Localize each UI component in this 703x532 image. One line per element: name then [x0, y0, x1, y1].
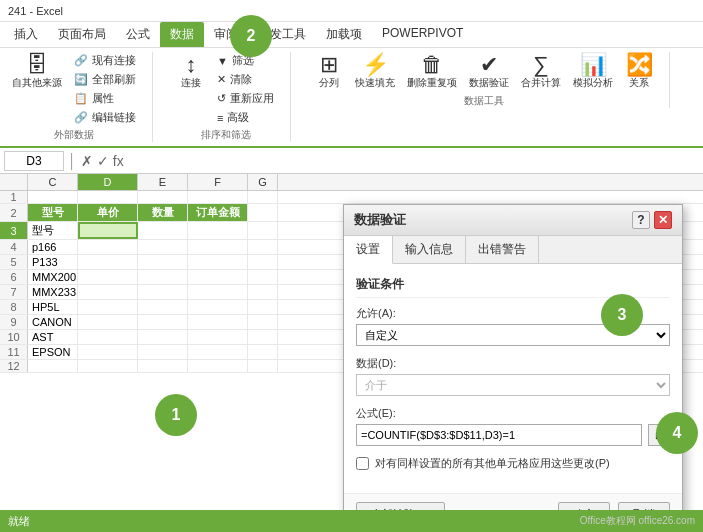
dialog-section-label: 验证条件	[356, 276, 670, 298]
formula-range-button[interactable]: ⊞	[648, 424, 670, 446]
data-field-group: 数据(D): 介于	[356, 356, 670, 396]
btn-split[interactable]: ⊞ 分列	[311, 52, 347, 92]
checkbox-row: 对有同样设置的所有其他单元格应用这些更改(P)	[356, 456, 670, 471]
ribbon-small-group-conn: 🔗 现有连接 🔄 全部刷新 📋 属性 🔗 编辑链接	[70, 52, 140, 126]
confirm-formula-icon[interactable]: ✓	[97, 153, 109, 169]
dialog-tab-error[interactable]: 出错警告	[466, 236, 539, 263]
reapply-icon: ↺	[217, 92, 226, 105]
cancel-formula-icon[interactable]: ✗	[81, 153, 93, 169]
tab-insert[interactable]: 插入	[4, 22, 48, 47]
status-text: 就绪	[8, 514, 30, 529]
formula-input[interactable]	[128, 154, 699, 168]
sheet-area: C D E F G 1 2 型号 单价 数量 订单金额 3 型号	[0, 174, 703, 532]
dialog-body: 验证条件 允许(A): 自定义 数据(D): 介于	[344, 264, 682, 493]
formula-input-field[interactable]	[356, 424, 642, 446]
edit-links-icon: 🔗	[74, 111, 88, 124]
btn-sort[interactable]: ↕️ 连接	[173, 52, 209, 126]
sort-filter-label: 排序和筛选	[201, 128, 251, 142]
ribbon-group-data-tools: ⊞ 分列 ⚡ 快速填充 🗑 删除重复项 ✔ 数据验证 ∑ 合并计算	[311, 52, 670, 108]
advanced-icon: ≡	[217, 112, 223, 124]
what-if-icon: 📊	[580, 54, 607, 76]
btn-refresh-all[interactable]: 🔄 全部刷新	[70, 71, 140, 88]
data-field-row: 介于	[356, 374, 670, 396]
btn-remove-dupes[interactable]: 🗑 删除重复项	[403, 52, 461, 92]
dialog-title-text: 数据验证	[354, 211, 406, 229]
dialog-close-button[interactable]: ✕	[654, 211, 672, 229]
allow-label: 允许(A):	[356, 306, 670, 321]
cell-reference[interactable]	[4, 151, 64, 171]
external-data-label: 外部数据	[54, 128, 94, 142]
tab-powerpivot[interactable]: POWERPIVOT	[372, 22, 473, 47]
data-tools-label: 数据工具	[464, 94, 504, 108]
btn-properties[interactable]: 📋 属性	[70, 90, 140, 107]
flash-fill-icon: ⚡	[362, 54, 389, 76]
tab-addins[interactable]: 加载项	[316, 22, 372, 47]
title-bar: 241 - Excel	[0, 0, 703, 22]
relationships-icon: 🔀	[626, 54, 653, 76]
btn-reapply[interactable]: ↺ 重新应用	[213, 90, 278, 107]
allow-select[interactable]: 自定义	[356, 324, 670, 346]
tab-data[interactable]: 数据	[160, 22, 204, 47]
formula-bar: │ ✗ ✓ fx	[0, 148, 703, 174]
btn-what-if[interactable]: 📊 模拟分析	[569, 52, 617, 92]
btn-clear[interactable]: ✕ 清除	[213, 71, 278, 88]
btn-flash-fill[interactable]: ⚡ 快速填充	[351, 52, 399, 92]
dialog-tabs: 设置 输入信息 出错警告	[344, 236, 682, 264]
allow-field-group: 允许(A): 自定义	[356, 306, 670, 346]
ribbon-tab-bar: 插入 页面布局 公式 数据 审阅 开发工具 加载项 POWERPIVOT	[0, 22, 703, 48]
tab-page-layout[interactable]: 页面布局	[48, 22, 116, 47]
formula-field-row: ⊞	[356, 424, 670, 446]
title-text: 241 - Excel	[8, 5, 63, 17]
range-select-icon: ⊞	[655, 430, 663, 441]
formula-icons: ✗ ✓ fx	[81, 153, 124, 169]
btn-edit-links[interactable]: 🔗 编辑链接	[70, 109, 140, 126]
dialog-tab-settings[interactable]: 设置	[344, 236, 393, 264]
formula-divider: │	[68, 153, 77, 169]
formula-label: 公式(E):	[356, 406, 670, 421]
properties-icon: 📋	[74, 92, 88, 105]
formula-field-group: 公式(E): ⊞	[356, 406, 670, 446]
checkbox-label: 对有同样设置的所有其他单元格应用这些更改(P)	[375, 456, 610, 471]
ribbon-content: 🗄 自其他来源 🔗 现有连接 🔄 全部刷新 📋 属性	[0, 48, 703, 146]
ribbon-group-external: 🗄 自其他来源 🔗 现有连接 🔄 全部刷新 📋 属性	[8, 52, 153, 142]
dialog-title-bar: 数据验证 ? ✕	[344, 205, 682, 236]
btn-existing-conn[interactable]: 🔗 现有连接	[70, 52, 140, 69]
clear-icon: ✕	[217, 73, 226, 86]
btn-advanced[interactable]: ≡ 高级	[213, 109, 278, 126]
data-select[interactable]: 介于	[356, 374, 670, 396]
dialog-overlay: 数据验证 ? ✕ 设置 输入信息 出错警告 验证条件 允许(A): 自定义	[0, 174, 703, 532]
btn-consolidate[interactable]: ∑ 合并计算	[517, 52, 565, 92]
refresh-all-icon: 🔄	[74, 73, 88, 86]
ribbon-sort-btns: ↕️ 连接 ▼ 筛选 ✕ 清除 ↺ 重新应用	[173, 52, 278, 126]
dialog-tab-input[interactable]: 输入信息	[393, 236, 466, 263]
btn-relationships[interactable]: 🔀 关系	[621, 52, 657, 92]
allow-field-row: 自定义	[356, 324, 670, 346]
ribbon: 插入 页面布局 公式 数据 审阅 开发工具 加载项 POWERPIVOT 🗄 自…	[0, 22, 703, 148]
insert-function-icon[interactable]: fx	[113, 153, 124, 169]
filter-icon: ▼	[217, 55, 228, 67]
ribbon-data-tool-btns: ⊞ 分列 ⚡ 快速填充 🗑 删除重复项 ✔ 数据验证 ∑ 合并计算	[311, 52, 657, 92]
dialog-help-button[interactable]: ?	[632, 211, 650, 229]
data-label: 数据(D):	[356, 356, 670, 371]
annotation-2: 2	[230, 15, 272, 57]
tab-formula[interactable]: 公式	[116, 22, 160, 47]
office-watermark: Office教程网 office26.com	[580, 514, 695, 528]
other-sources-icon: 🗄	[26, 54, 48, 76]
split-icon: ⊞	[320, 54, 338, 76]
btn-other-sources[interactable]: 🗄 自其他来源	[8, 52, 66, 126]
ribbon-group-external-btns: 🗄 自其他来源 🔗 现有连接 🔄 全部刷新 📋 属性	[8, 52, 140, 126]
btn-data-validation[interactable]: ✔ 数据验证	[465, 52, 513, 92]
apply-all-checkbox[interactable]	[356, 457, 369, 470]
sort-icon: ↕️	[186, 54, 197, 76]
dialog-title-buttons: ? ✕	[632, 211, 672, 229]
ribbon-group-sort: ↕️ 连接 ▼ 筛选 ✕ 清除 ↺ 重新应用	[173, 52, 291, 142]
data-validation-icon: ✔	[480, 54, 498, 76]
remove-dupes-icon: 🗑	[421, 54, 443, 76]
status-bar: 就绪 Office教程网 office26.com	[0, 510, 703, 532]
existing-conn-icon: 🔗	[74, 54, 88, 67]
consolidate-icon: ∑	[533, 54, 549, 76]
data-validation-dialog: 数据验证 ? ✕ 设置 输入信息 出错警告 验证条件 允许(A): 自定义	[343, 204, 683, 532]
ribbon-small-group-filter: ▼ 筛选 ✕ 清除 ↺ 重新应用 ≡ 高级	[213, 52, 278, 126]
